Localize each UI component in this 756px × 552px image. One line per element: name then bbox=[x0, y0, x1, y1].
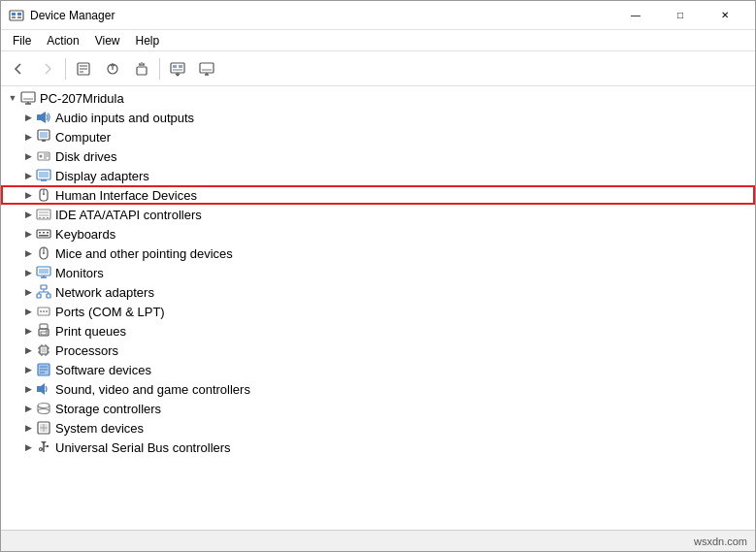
sound-icon bbox=[36, 381, 51, 397]
expand-icon-processors: ▶ bbox=[20, 342, 36, 358]
back-icon bbox=[11, 61, 26, 77]
sound-label: Sound, video and game controllers bbox=[55, 382, 250, 397]
svg-rect-49 bbox=[39, 217, 41, 218]
scan-button[interactable] bbox=[164, 55, 191, 82]
audio-label: Audio inputs and outputs bbox=[55, 111, 194, 125]
computer-label: Computer bbox=[55, 130, 111, 145]
tree-item-processors[interactable]: ▶ Processors bbox=[1, 341, 755, 360]
status-bar: wsxdn.com bbox=[1, 530, 755, 551]
monitor-icon bbox=[199, 61, 214, 77]
device-tree-content[interactable]: ▼ PC-207Mridula ▶ bbox=[1, 86, 755, 530]
svg-marker-30 bbox=[41, 112, 46, 123]
toolbar bbox=[1, 51, 755, 86]
display-label: Display adapters bbox=[55, 169, 149, 183]
cpu-icon bbox=[36, 342, 51, 358]
tree-root-node[interactable]: ▼ PC-207Mridula bbox=[1, 88, 755, 108]
network-icon bbox=[36, 284, 51, 300]
menu-action[interactable]: Action bbox=[39, 32, 86, 49]
tree-item-display[interactable]: ▶ Display adapters bbox=[1, 166, 755, 185]
svg-rect-11 bbox=[137, 67, 147, 75]
menu-file[interactable]: File bbox=[5, 32, 39, 49]
back-button[interactable] bbox=[5, 55, 32, 82]
svg-rect-25 bbox=[21, 92, 35, 102]
tree-item-sound[interactable]: ▶ Sound, video and game controllers bbox=[1, 379, 755, 399]
print-label: Print queues bbox=[55, 324, 126, 339]
expand-icon-storage: ▶ bbox=[20, 401, 36, 416]
forward-button[interactable] bbox=[34, 55, 61, 82]
expand-icon-sound: ▶ bbox=[20, 381, 36, 397]
monitors-label: Monitors bbox=[55, 266, 104, 280]
usb-icon bbox=[36, 439, 51, 455]
software-icon bbox=[36, 362, 51, 377]
svg-point-36 bbox=[40, 155, 43, 158]
svg-rect-77 bbox=[41, 332, 47, 335]
tree-item-software[interactable]: ▶ Software devices bbox=[1, 360, 755, 379]
close-button[interactable]: ✕ bbox=[703, 1, 747, 30]
monitor-icon bbox=[36, 265, 51, 280]
svg-rect-1 bbox=[12, 13, 16, 16]
expand-icon-network: ▶ bbox=[20, 284, 36, 300]
svg-rect-29 bbox=[37, 114, 41, 120]
svg-rect-93 bbox=[37, 386, 41, 392]
expand-icon-software: ▶ bbox=[20, 362, 36, 377]
mouse-icon bbox=[36, 245, 51, 261]
network-label: Network adapters bbox=[55, 285, 154, 300]
tree-item-network[interactable]: ▶ Network adapters bbox=[1, 282, 755, 302]
svg-rect-55 bbox=[47, 232, 49, 234]
disk-icon bbox=[36, 148, 51, 164]
svg-point-45 bbox=[43, 193, 45, 195]
tree-item-ide[interactable]: ▶ IDE ATA/ATAPI controllers bbox=[1, 205, 755, 224]
scan-icon bbox=[170, 61, 185, 77]
expand-icon-audio: ▶ bbox=[20, 110, 36, 125]
tree-item-system[interactable]: ▶ System devices bbox=[1, 418, 755, 438]
tree-item-audio[interactable]: ▶ Audio inputs and outputs bbox=[1, 108, 755, 127]
svg-rect-32 bbox=[40, 132, 48, 138]
menu-help[interactable]: Help bbox=[128, 32, 168, 49]
ide-icon bbox=[36, 207, 51, 222]
svg-point-73 bbox=[43, 310, 45, 312]
tree-item-keyboard[interactable]: ▶ Keyboards bbox=[1, 224, 755, 244]
tree-item-hid[interactable]: ▶ Human Interface Devices bbox=[1, 185, 755, 205]
disk-label: Disk drives bbox=[55, 149, 117, 164]
processors-label: Processors bbox=[55, 343, 118, 358]
tree-item-mice[interactable]: ▶ Mice and other pointing devices bbox=[1, 244, 755, 263]
keyboard-icon bbox=[36, 226, 51, 242]
monitor-button[interactable] bbox=[193, 55, 220, 82]
svg-rect-17 bbox=[173, 65, 177, 68]
tree-item-print[interactable]: ▶ Print queues bbox=[1, 321, 755, 341]
svg-rect-66 bbox=[47, 294, 50, 298]
svg-rect-52 bbox=[37, 230, 50, 238]
properties-button[interactable] bbox=[70, 55, 97, 82]
tree-item-monitors[interactable]: ▶ Monitors bbox=[1, 263, 755, 282]
svg-rect-65 bbox=[37, 294, 41, 298]
svg-rect-3 bbox=[12, 16, 16, 18]
tree-item-storage[interactable]: ▶ Storage controllers bbox=[1, 399, 755, 418]
expand-icon-root: ▼ bbox=[5, 90, 20, 106]
tree-item-computer[interactable]: ▶ Computer bbox=[1, 127, 755, 146]
display-icon bbox=[36, 168, 51, 183]
svg-rect-76 bbox=[40, 324, 48, 329]
expand-icon-disk: ▶ bbox=[20, 148, 36, 164]
pc-icon bbox=[20, 90, 36, 106]
expand-icon-display: ▶ bbox=[20, 168, 36, 183]
svg-rect-51 bbox=[47, 217, 49, 218]
title-bar: Device Manager — □ ✕ bbox=[1, 1, 755, 30]
svg-rect-41 bbox=[39, 172, 49, 178]
forward-icon bbox=[40, 61, 55, 77]
update-driver-button[interactable] bbox=[99, 55, 126, 82]
menu-view[interactable]: View bbox=[87, 32, 128, 49]
window-title: Device Manager bbox=[30, 9, 115, 22]
computer-icon bbox=[36, 129, 51, 145]
uninstall-button[interactable] bbox=[128, 55, 155, 82]
minimize-button[interactable]: — bbox=[613, 1, 658, 30]
ports-label: Ports (COM & LPT) bbox=[55, 305, 165, 319]
svg-rect-2 bbox=[17, 13, 21, 16]
tree-item-ports[interactable]: ▶ Ports (COM & LPT) bbox=[1, 302, 755, 321]
uninstall-icon bbox=[134, 61, 149, 77]
expand-icon-ports: ▶ bbox=[20, 304, 36, 319]
tree-item-usb[interactable]: ▶ Universal Serial Bus controllers bbox=[1, 438, 755, 457]
svg-rect-18 bbox=[179, 65, 182, 68]
tree-item-disk[interactable]: ▶ Disk drives bbox=[1, 146, 755, 166]
maximize-button[interactable]: □ bbox=[658, 1, 703, 30]
svg-rect-53 bbox=[39, 232, 41, 234]
